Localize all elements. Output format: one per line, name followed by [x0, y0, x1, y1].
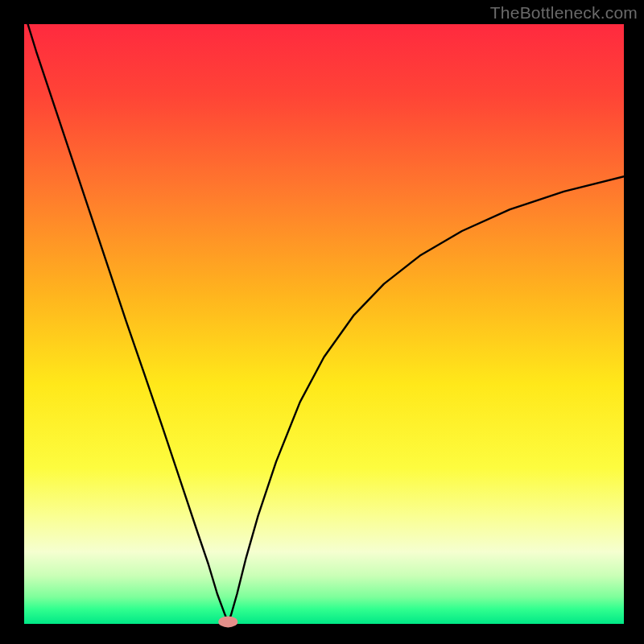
chart-background-gradient — [24, 24, 624, 624]
watermark-text: TheBottleneck.com — [490, 3, 638, 23]
chart-container: TheBottleneck.com — [0, 0, 644, 644]
bottleneck-chart — [0, 0, 644, 644]
optimal-point-marker — [218, 616, 237, 627]
